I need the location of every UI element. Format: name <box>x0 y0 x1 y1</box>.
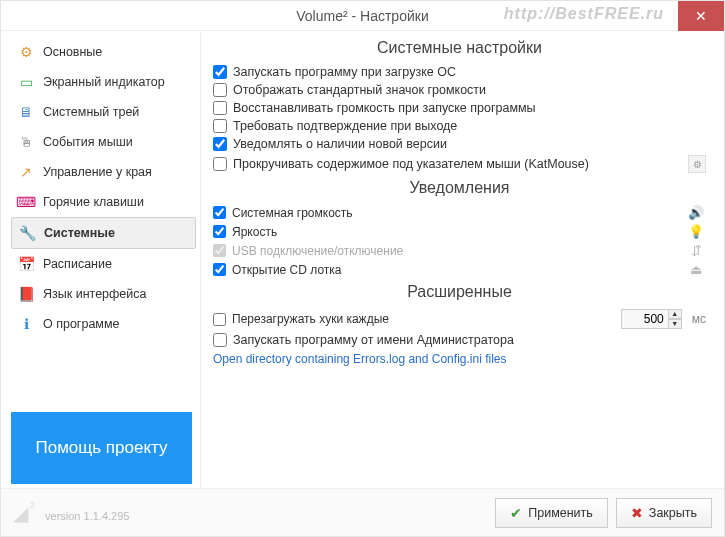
sidebar-item-label: Расписание <box>43 257 112 271</box>
sidebar-item-label: Экранный индикатор <box>43 75 165 89</box>
system-option-label: Запускать программу при загрузке ОС <box>233 65 456 79</box>
watermark: http://BestFREE.ru <box>504 5 664 23</box>
system-option-label: Прокручивать содержимое под указателем м… <box>233 157 589 171</box>
reboot-hooks-unit: мс <box>692 312 706 326</box>
sidebar-item-icon: ▭ <box>17 73 35 91</box>
run-as-admin-row: Запускать программу от имени Администрат… <box>213 331 706 349</box>
sidebar-item-icon: ⚙ <box>17 43 35 61</box>
volume-icon: ◢ <box>13 504 28 522</box>
version-label: ◢2 version 1.1.4.295 <box>13 504 129 522</box>
sidebar-item-6[interactable]: 🔧Системные <box>11 217 196 249</box>
run-as-admin-label: Запускать программу от имени Администрат… <box>233 333 514 347</box>
notification-icon: 🔊 <box>686 205 706 220</box>
sidebar-item-label: О программе <box>43 317 119 331</box>
sidebar-item-label: Управление у края <box>43 165 152 179</box>
sidebar-item-label: Основные <box>43 45 102 59</box>
sidebar-item-label: Горячие клавиши <box>43 195 144 209</box>
sidebar-item-2[interactable]: 🖥Системный трей <box>11 97 196 127</box>
reboot-hooks-value[interactable] <box>621 309 669 329</box>
apply-button[interactable]: ✔ Применить <box>495 498 608 528</box>
sidebar-item-8[interactable]: 📕Язык интерфейса <box>11 279 196 309</box>
system-option-row: Отображать стандартный значок громкости <box>213 81 706 99</box>
sidebar-item-label: Системные <box>44 226 115 240</box>
sidebar-item-5[interactable]: ⌨Горячие клавиши <box>11 187 196 217</box>
notification-checkbox[interactable] <box>213 206 226 219</box>
system-option-row: Уведомлять о наличии новой версии <box>213 135 706 153</box>
close-icon: ✖ <box>631 505 643 521</box>
reboot-hooks-label: Перезагружать хуки каждые <box>232 312 389 326</box>
sidebar-item-icon: 🔧 <box>18 224 36 242</box>
system-option-row: Восстанавливать громкость при запуске пр… <box>213 99 706 117</box>
apply-icon: ✔ <box>510 505 522 521</box>
notification-checkbox[interactable] <box>213 225 226 238</box>
section-advanced-title: Расширенные <box>213 283 706 301</box>
notification-row: Системная громкость🔊 <box>213 203 706 222</box>
system-option-label: Восстанавливать громкость при запуске пр… <box>233 101 536 115</box>
sidebar-item-icon: ↗ <box>17 163 35 181</box>
reboot-hooks-checkbox[interactable] <box>213 313 226 326</box>
reboot-hooks-spinner[interactable]: ▲▼ <box>621 309 682 329</box>
system-option-label: Требовать подтверждение при выходе <box>233 119 457 133</box>
system-option-row: Прокручивать содержимое под указателем м… <box>213 153 706 175</box>
reboot-hooks-row: Перезагружать хуки каждые ▲▼ мс <box>213 307 706 331</box>
notification-row: USB подключение/отключение⇵ <box>213 241 706 260</box>
system-option-checkbox[interactable] <box>213 119 227 133</box>
sidebar-item-0[interactable]: ⚙Основные <box>11 37 196 67</box>
system-option-checkbox[interactable] <box>213 157 227 171</box>
system-option-checkbox[interactable] <box>213 137 227 151</box>
spinner-up-icon[interactable]: ▲ <box>668 309 682 319</box>
notification-label: Системная громкость <box>232 206 680 220</box>
notification-label: Открытие CD лотка <box>232 263 680 277</box>
notification-icon: ⏏ <box>686 262 706 277</box>
section-system-title: Системные настройки <box>213 39 706 57</box>
run-as-admin-checkbox[interactable] <box>213 333 227 347</box>
sidebar-item-label: Язык интерфейса <box>43 287 146 301</box>
sidebar-item-4[interactable]: ↗Управление у края <box>11 157 196 187</box>
sidebar-item-1[interactable]: ▭Экранный индикатор <box>11 67 196 97</box>
section-notifications-title: Уведомления <box>213 179 706 197</box>
katmouse-icon[interactable]: ⚙ <box>688 155 706 173</box>
notification-icon: ⇵ <box>686 243 706 258</box>
sidebar-item-3[interactable]: 🖱События мыши <box>11 127 196 157</box>
open-directory-link[interactable]: Open directory containing Errors.log and… <box>213 349 706 369</box>
notification-row: Открытие CD лотка⏏ <box>213 260 706 279</box>
system-option-label: Уведомлять о наличии новой версии <box>233 137 447 151</box>
system-option-checkbox[interactable] <box>213 65 227 79</box>
sidebar-item-7[interactable]: 📅Расписание <box>11 249 196 279</box>
sidebar-item-icon: ℹ <box>17 315 35 333</box>
sidebar-item-9[interactable]: ℹО программе <box>11 309 196 339</box>
notification-checkbox[interactable] <box>213 263 226 276</box>
notification-label: Яркость <box>232 225 680 239</box>
sidebar-item-icon: 🖱 <box>17 133 35 151</box>
window-title: Volume² - Настройки <box>296 8 428 24</box>
notification-row: Яркость💡 <box>213 222 706 241</box>
main-panel: Системные настройки Запускать программу … <box>201 31 724 488</box>
sidebar-item-label: События мыши <box>43 135 133 149</box>
system-option-label: Отображать стандартный значок громкости <box>233 83 486 97</box>
close-button[interactable]: ✖ Закрыть <box>616 498 712 528</box>
title-bar: Volume² - Настройки http://BestFREE.ru ✕ <box>1 1 724 31</box>
system-option-row: Требовать подтверждение при выходе <box>213 117 706 135</box>
close-window-button[interactable]: ✕ <box>678 1 724 31</box>
sidebar-item-label: Системный трей <box>43 105 139 119</box>
spinner-down-icon[interactable]: ▼ <box>668 319 682 329</box>
sidebar-item-icon: 📕 <box>17 285 35 303</box>
notification-label: USB подключение/отключение <box>232 244 680 258</box>
sidebar-item-icon: 📅 <box>17 255 35 273</box>
notification-icon: 💡 <box>686 224 706 239</box>
notification-checkbox[interactable] <box>213 244 226 257</box>
footer: ◢2 version 1.1.4.295 ✔ Применить ✖ Закры… <box>1 488 724 536</box>
system-option-checkbox[interactable] <box>213 83 227 97</box>
system-option-row: Запускать программу при загрузке ОС <box>213 63 706 81</box>
sidebar-item-icon: 🖥 <box>17 103 35 121</box>
sidebar: ⚙Основные▭Экранный индикатор🖥Системный т… <box>1 31 201 488</box>
promo-banner[interactable]: Помощь проекту <box>11 412 192 484</box>
system-option-checkbox[interactable] <box>213 101 227 115</box>
sidebar-item-icon: ⌨ <box>17 193 35 211</box>
